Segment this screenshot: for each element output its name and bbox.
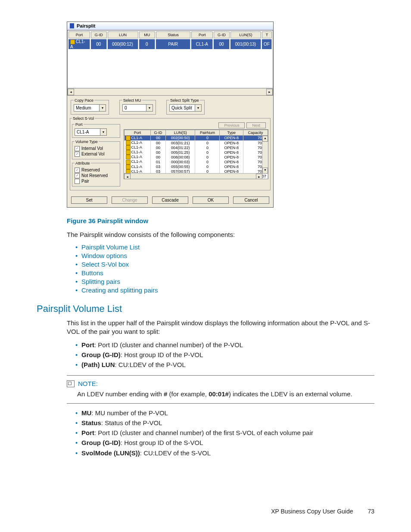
page-number: 73 (367, 508, 374, 515)
col-t[interactable]: T (262, 31, 272, 38)
component-links: Pairsplit Volume ListWindow optionsSelec… (75, 243, 374, 294)
external-vol-checkbox[interactable]: ✓External Vol (75, 152, 118, 157)
split-type-select[interactable]: Quick Split ▼ (169, 104, 202, 112)
title-bar: Pairsplit (67, 22, 273, 30)
table-row[interactable]: CL1-A00004(01:22)0OPEN-87007 (125, 145, 268, 150)
table-row[interactable]: CL1-A00008(00:08)0OPEN-87007 (125, 155, 268, 159)
chevron-down-icon[interactable]: ▼ (100, 129, 106, 135)
list-item: Port: Port ID (cluster and channel numbe… (75, 341, 374, 349)
volume-icon (70, 40, 75, 44)
attribute-group: Attribute ✓Reserved ✓Not Reserved Pair (72, 161, 120, 187)
chevron-down-icon[interactable]: ▼ (99, 105, 106, 111)
link-item[interactable]: Creating and splitting pairs (75, 286, 374, 294)
window-icon (70, 23, 74, 28)
port-group: Port CL1-A ▼ (72, 122, 120, 138)
col-header[interactable]: PairNum (195, 130, 220, 135)
volume-icon (126, 136, 131, 140)
note-label: NOTE: (78, 380, 98, 387)
scroll-right-icon[interactable]: ► (256, 174, 262, 179)
pair-checkbox[interactable]: Pair (75, 179, 118, 184)
select-mu-group: Select MU 0 ▼ (119, 98, 156, 115)
link-item[interactable]: Splitting pairs (75, 278, 374, 285)
volume-list-table[interactable]: Port G-ID LUN MU Status Port G-ID LUN(S)… (67, 30, 273, 96)
col-header[interactable]: G-ID (150, 130, 165, 135)
window-title: Pairsplit (77, 23, 95, 28)
pairsplit-window: Pairsplit Port G-ID LUN MU Status Port G… (67, 22, 274, 208)
table-row[interactable]: CL1-A 00 000(00:12) 0 PAIR CL1-A 00 001(… (68, 39, 272, 49)
chevron-down-icon[interactable]: ▼ (195, 105, 201, 111)
info-list: Port: Port ID (cluster and channel numbe… (75, 341, 374, 370)
note-body: An LDEV number ending with # (for exampl… (77, 390, 374, 398)
col-port[interactable]: Port (68, 31, 90, 38)
scroll-left-icon[interactable]: ◄ (68, 89, 74, 95)
svol-table[interactable]: PortG-IDLUN(S)PairNumTypeCapacity CL1-A0… (124, 129, 268, 179)
list-item: Port: Port ID (cluster and channel numbe… (75, 429, 374, 437)
next-button[interactable]: Next (246, 122, 266, 128)
col-header[interactable]: LUN(S) (166, 130, 195, 135)
internal-vol-checkbox[interactable]: ✓Internal Vol (75, 146, 118, 151)
col-header[interactable]: Port (125, 130, 151, 135)
table-row[interactable]: CL1-A00005(01:25)0OPEN-87007 (125, 150, 268, 155)
link-item[interactable]: Select S-Vol box (75, 261, 374, 268)
table-row[interactable]: CL1-A01000(00:03)0OPEN-87007 (125, 159, 268, 164)
note-block: NOTE: An LDEV number ending with # (for … (67, 375, 374, 403)
volume-icon (126, 140, 131, 145)
link-item[interactable]: Pairsplit Volume List (75, 243, 374, 251)
col-gid[interactable]: G-ID (91, 31, 107, 38)
note-icon (67, 380, 75, 387)
table-row[interactable]: CL1-A00002(00:50)0OPEN-87007 (125, 135, 268, 140)
scroll-up-icon[interactable]: ▲ (262, 136, 268, 142)
list-item: SvolMode (LUN(S)): CU:LDEV of the S-VOL (75, 449, 374, 457)
col-luns[interactable]: LUN(S) (230, 31, 261, 38)
volume-icon (126, 145, 131, 150)
scroll-right-icon[interactable]: ► (266, 89, 273, 95)
change-button[interactable]: Change (112, 196, 148, 204)
col-status[interactable]: Status (156, 31, 191, 38)
split-type-group: Select Split Type Quick Split ▼ (166, 98, 205, 115)
previous-button[interactable]: Previous (218, 122, 245, 128)
h-scrollbar[interactable]: ◄ ► (124, 173, 262, 179)
volume-icon (126, 150, 131, 155)
h-scrollbar[interactable]: ◄ ► (68, 88, 273, 95)
volume-icon (126, 155, 131, 159)
table-row[interactable]: CL1-A03055(00:55)0OPEN-87007 (125, 165, 268, 169)
list-item: Status: Status of the P-VOL (75, 419, 374, 427)
select-mu-select[interactable]: 0 ▼ (122, 104, 153, 112)
link-item[interactable]: Buttons (75, 269, 374, 277)
ok-button[interactable]: OK (193, 196, 229, 204)
col-header[interactable]: Type (220, 130, 243, 135)
table-empty-area (68, 50, 273, 88)
link-item[interactable]: Window options (75, 252, 374, 259)
volume-icon (126, 165, 131, 169)
page-footer: XP Business Copy User Guide 73 (271, 508, 374, 515)
col-gid2[interactable]: G-ID (214, 31, 230, 38)
scroll-left-icon[interactable]: ◄ (124, 174, 131, 179)
list-item: (Path) LUN: CU:LDEV of the P-VOL (75, 361, 374, 369)
list-item: Group (G-ID): Host group ID of the S-VOL (75, 439, 374, 447)
cancel-button[interactable]: Cancel (233, 196, 269, 204)
v-scrollbar[interactable]: ▲ ▼ (262, 136, 268, 174)
body-text: This list in the upper half of the Pairs… (67, 319, 374, 336)
scroll-down-icon[interactable]: ▼ (262, 168, 268, 174)
select-svol-group: Select S-Vol Port CL1-A ▼ Volume Type ✓I… (70, 116, 271, 190)
figure-caption: Figure 36 Pairsplit window (67, 217, 374, 224)
port-select[interactable]: CL1-A ▼ (75, 128, 107, 136)
body-text: The Pairsplit window consists of the fol… (67, 230, 374, 239)
table-row[interactable]: CL1-A00003(01:21)0OPEN-87007 (125, 140, 268, 145)
copy-pace-select[interactable]: Medium ▼ (74, 104, 106, 112)
volume-icon (126, 160, 131, 165)
info-list: MU: MU number of the P-VOLStatus: Status… (75, 409, 374, 457)
footer-title: XP Business Copy User Guide (271, 508, 353, 515)
col-lun[interactable]: LUN (108, 31, 138, 38)
section-heading: Pairsplit Volume List (37, 303, 374, 314)
not-reserved-checkbox[interactable]: ✓Not Reserved (75, 173, 118, 178)
copy-pace-group: Copy Pace Medium ▼ (71, 98, 109, 115)
set-button[interactable]: Set (71, 196, 107, 204)
col-header[interactable]: Capacity (243, 130, 268, 135)
col-mu[interactable]: MU (139, 31, 155, 38)
chevron-down-icon[interactable]: ▼ (146, 105, 153, 111)
cascade-button[interactable]: Cascade (152, 196, 188, 204)
col-port2[interactable]: Port (191, 31, 213, 38)
list-item: MU: MU number of the P-VOL (75, 409, 374, 417)
reserved-checkbox[interactable]: ✓Reserved (75, 168, 118, 173)
